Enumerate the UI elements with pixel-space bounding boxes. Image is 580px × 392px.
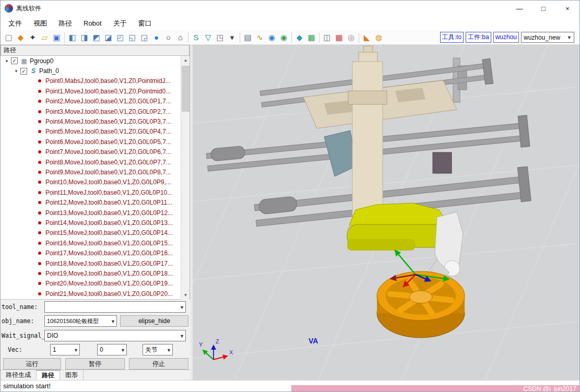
- tree-point-item[interactable]: Point4,MoveJ,tool0,base0,V1,Z0,G0L0P3,7.…: [1, 116, 190, 126]
- tree-point-item[interactable]: Point21,MoveJ,tool0,base0,V1,Z0,G0L0P20.…: [1, 289, 190, 299]
- chevron-down-icon[interactable]: ▼: [167, 345, 171, 355]
- save-icon[interactable]: ▣: [51, 31, 63, 43]
- view-right-icon[interactable]: ◪: [102, 31, 114, 43]
- chevron-down-icon[interactable]: ▼: [180, 302, 184, 312]
- tree-path-row[interactable]: ▾ ✓ S Path_0: [1, 66, 190, 76]
- view-back-icon[interactable]: ◨: [78, 31, 90, 43]
- menu-item-窗口[interactable]: 窗口: [133, 16, 158, 30]
- import-icon[interactable]: ✦: [27, 31, 39, 43]
- capture-box-icon[interactable]: ◳: [214, 31, 226, 43]
- view-top-icon[interactable]: ◰: [114, 31, 126, 43]
- view-front-icon[interactable]: ◧: [66, 31, 78, 43]
- tree-point-item[interactable]: Point6,MoveJ,tool0,base0,V1,Z0,G0L0P5,7.…: [1, 137, 190, 147]
- tree-point-item[interactable]: Point5,MoveJ,tool0,base0,V1,Z0,G0L0P4,7.…: [1, 127, 190, 137]
- tool-orange-icon[interactable]: ◣: [361, 31, 373, 43]
- web-green-icon[interactable]: ◉: [278, 31, 290, 43]
- vec-combobox-3[interactable]: 关节 ▼: [143, 344, 173, 355]
- vec-combobox-2[interactable]: 0 ▼: [97, 344, 127, 355]
- capture-dropdown-icon[interactable]: ▾: [226, 31, 238, 43]
- tree-group-row[interactable]: ▾ ✓ ▦ Pgroup0: [1, 56, 190, 66]
- expander-icon[interactable]: ▾: [4, 58, 10, 64]
- menu-item-文件[interactable]: 文件: [3, 16, 28, 30]
- scroll-down-icon[interactable]: ▼: [181, 291, 190, 300]
- obj-name-combobox[interactable]: 106201560轮毂模型 ▼: [44, 315, 117, 327]
- stop-button[interactable]: 停止: [129, 358, 188, 370]
- maximize-button[interactable]: □: [531, 1, 555, 16]
- view-left-icon[interactable]: ◩: [90, 31, 102, 43]
- path-curve-icon[interactable]: S: [190, 31, 202, 43]
- tool-value-field[interactable]: wuzhou: [493, 32, 519, 43]
- simulate-icon[interactable]: ▽: [202, 31, 214, 43]
- work-object-value: wuzhou_new: [524, 34, 560, 41]
- tree-point-item[interactable]: Point12,MoveJ,tool0,base0,V1,Z0,G0L0P11.…: [1, 197, 190, 207]
- tab-路径[interactable]: 路径: [37, 370, 60, 380]
- elipse-hide-button[interactable]: elipse_hide: [120, 315, 188, 327]
- tree-point-item[interactable]: Point9,MoveJ,tool0,base0,V1,Z0,G0L0P8,7.…: [1, 167, 190, 177]
- tree-point-item[interactable]: Point17,MoveJ,tool0,base0,V1,Z0,G0L0P16.…: [1, 248, 190, 258]
- export-excel-icon[interactable]: ▦: [305, 31, 317, 43]
- view-iso-icon[interactable]: ◲: [138, 31, 150, 43]
- screen-capture-icon[interactable]: ◫: [321, 31, 333, 43]
- open-folder-icon[interactable]: ▱: [39, 31, 51, 43]
- zoom-icon[interactable]: ○: [162, 31, 174, 43]
- wait-signal-combobox[interactable]: DIO ▼: [44, 330, 186, 341]
- view-sphere-icon[interactable]: ●: [150, 31, 162, 43]
- home-view-icon[interactable]: ⌂: [174, 31, 186, 43]
- open-model-icon[interactable]: ◆: [15, 31, 27, 43]
- tree-point-item[interactable]: Point10,MoveJ,tool0,base0,V1,Z0,G0L0P9,.…: [1, 177, 190, 187]
- donut-icon[interactable]: ◍: [373, 31, 385, 43]
- viewport-3d[interactable]: Y Z X VA: [193, 45, 580, 380]
- tree-point-item[interactable]: Point19,MoveJ,tool0,base0,V1,Z0,G0L0P18.…: [1, 268, 190, 278]
- tool-name-combobox[interactable]: ▼: [44, 301, 186, 313]
- menu-item-视图[interactable]: 视图: [28, 16, 53, 30]
- cube-teal-icon[interactable]: ◆: [293, 31, 305, 43]
- tool-frame-label[interactable]: 工具:to: [440, 32, 464, 43]
- minimize-button[interactable]: —: [507, 1, 531, 16]
- run-button[interactable]: 运行: [3, 358, 61, 370]
- tree-point-item[interactable]: Point11,MoveJ,tool0,base0,V1,Z0,G0L0P10.…: [1, 187, 190, 197]
- tree-point-item[interactable]: Point14,MoveJ,tool0,base0,V1,Z0,G0L0P13.…: [1, 218, 190, 228]
- disc-icon[interactable]: ◎: [345, 31, 357, 43]
- scroll-up-icon[interactable]: ▲: [181, 56, 190, 65]
- chevron-down-icon[interactable]: ▼: [111, 316, 115, 326]
- path-checkbox[interactable]: ✓: [20, 68, 27, 75]
- tree-point-item[interactable]: Point3,MoveJ,tool0,base0,V1,Z0,G0L0P2,7.…: [1, 106, 190, 116]
- tree-point-item[interactable]: Point13,MoveJ,tool0,base0,V1,Z0,G0L0P12.…: [1, 208, 190, 218]
- tree-point-item[interactable]: Point18,MoveJ,tool0,base0,V1,Z0,G0L0P17.…: [1, 258, 190, 268]
- tree-point-item[interactable]: Point20,MoveJ,tool0,base0,V1,Z0,G0L0P19.…: [1, 279, 190, 289]
- tab-图形[interactable]: 图形: [60, 370, 84, 380]
- new-file-icon[interactable]: ▢: [3, 31, 15, 43]
- chevron-down-icon[interactable]: ▼: [74, 345, 78, 355]
- view-bottom-icon[interactable]: ◱: [126, 31, 138, 43]
- path-tree[interactable]: ▾ ✓ ▦ Pgroup0 ▾ ✓ S Path_0 Point0,MabsJ,…: [1, 56, 190, 300]
- menu-item-Robot[interactable]: Robot: [78, 16, 108, 30]
- menu-item-关于[interactable]: 关于: [108, 16, 133, 30]
- tree-point-item[interactable]: Point7,MoveJ,tool0,base0,V1,Z0,G0L0P6,7.…: [1, 147, 190, 157]
- tree-scrollbar[interactable]: ▲ ▼: [181, 56, 190, 300]
- report-icon[interactable]: ▤: [242, 31, 254, 43]
- work-frame-label[interactable]: 工件:ba: [466, 32, 491, 43]
- menu-item-路径[interactable]: 路径: [53, 16, 78, 30]
- viewport-canvas[interactable]: Y Z X VA: [193, 45, 580, 380]
- tree-point-item[interactable]: Point1,MoveJ,tool0,base0,V1,Z0,Pointmid0…: [1, 86, 190, 96]
- tree-point-item[interactable]: Point0,MabsJ,tool0,base0,V1,Z0,PointmidJ…: [1, 76, 190, 86]
- vec-combobox-1[interactable]: 1 ▼: [50, 344, 80, 355]
- scrollbar-thumb[interactable]: [182, 66, 190, 112]
- pause-button[interactable]: 暂停: [65, 358, 125, 370]
- chevron-down-icon[interactable]: ▼: [180, 330, 184, 341]
- signal-icon[interactable]: ∿: [254, 31, 266, 43]
- expander-icon[interactable]: ▾: [13, 68, 19, 74]
- tree-point-item[interactable]: Point2,MoveJ,tool0,base0,V1,Z0,G0L0P1,7.…: [1, 97, 190, 106]
- web-blue-icon[interactable]: ◉: [266, 31, 278, 43]
- group-checkbox[interactable]: ✓: [11, 57, 18, 64]
- color-grid-icon[interactable]: ▦: [333, 31, 345, 43]
- close-button[interactable]: ×: [555, 1, 579, 16]
- chevron-down-icon[interactable]: ▼: [565, 35, 574, 40]
- chevron-down-icon[interactable]: ▼: [121, 345, 125, 355]
- tree-point-item[interactable]: Point8,MoveJ,tool0,base0,V1,Z0,G0L0P7,7.…: [1, 157, 190, 167]
- work-object-combobox[interactable]: wuzhou_new ▼: [521, 32, 574, 43]
- tree-point-item[interactable]: Point16,MoveJ,tool0,base0,V1,Z0,G0L0P15.…: [1, 238, 190, 248]
- tree-point-item[interactable]: Point15,MoveJ,tool0,base0,V1,Z0,G0L0P14.…: [1, 228, 190, 238]
- tab-路径生成[interactable]: 路径生成: [1, 370, 37, 380]
- point-bullet-icon: [38, 211, 41, 215]
